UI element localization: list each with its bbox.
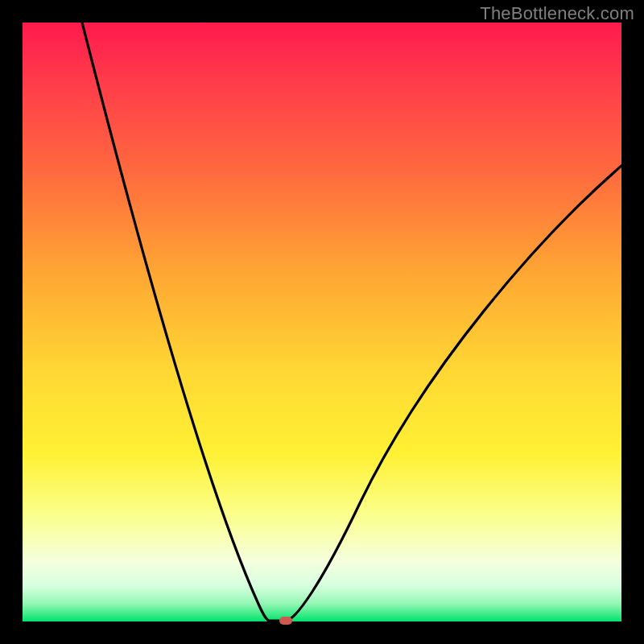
curve-path: [82, 23, 621, 621]
plot-area: [23, 23, 621, 621]
bottleneck-curve: [23, 23, 621, 621]
watermark-text: TheBottleneck.com: [480, 3, 634, 24]
optimal-point-marker: [279, 617, 292, 625]
